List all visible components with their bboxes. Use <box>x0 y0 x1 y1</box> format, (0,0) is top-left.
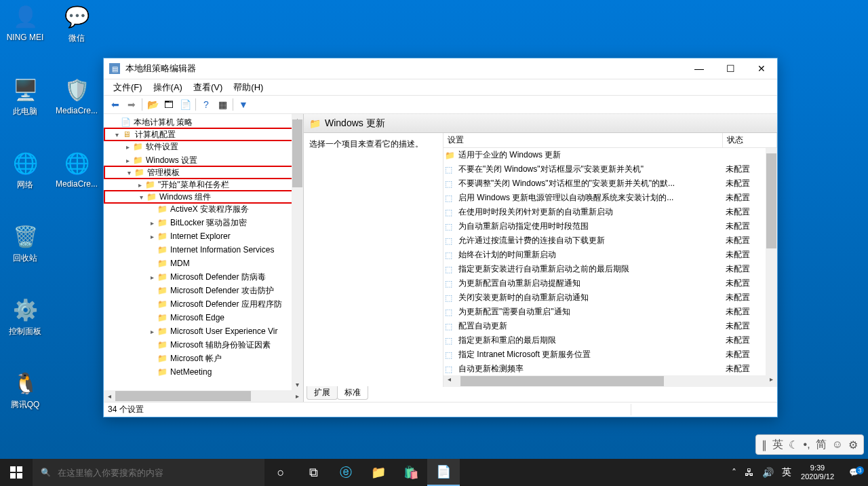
col-settings[interactable]: 设置 <box>443 133 723 147</box>
desktop-icon[interactable]: 🗑️回收站 <box>0 223 50 264</box>
expander-icon[interactable]: ▸ <box>147 328 157 335</box>
desktop-icon[interactable]: 🌐MediaCre... <box>52 149 102 189</box>
titlebar[interactable]: ▤ 本地组策略编辑器 — ☐ ✕ <box>104 58 777 79</box>
tray-chevron-icon[interactable]: ˄ <box>728 467 741 478</box>
menu-view[interactable]: 查看(V) <box>188 80 228 95</box>
start-button[interactable] <box>0 459 33 486</box>
explorer-icon[interactable]: 📁 <box>362 459 395 486</box>
list-item[interactable]: ⬚不要在"关闭 Windows"对话框显示"安装更新并关机"未配置 <box>443 162 777 176</box>
back-button[interactable]: ⬅ <box>108 97 123 112</box>
list-item[interactable]: ⬚自动更新检测频率未配置 <box>443 362 777 375</box>
list-button[interactable]: ▦ <box>215 97 230 112</box>
list-item[interactable]: ⬚启用 Windows 更新电源管理以自动唤醒系统来安装计划的...未配置 <box>443 191 777 205</box>
tree-item[interactable]: ▸📁软件设置 <box>104 140 303 153</box>
search-input[interactable] <box>58 468 264 478</box>
list-item[interactable]: ⬚始终在计划的时间重新启动未配置 <box>443 248 777 262</box>
tree-item[interactable]: ▸📁BitLocker 驱动器加密 <box>104 216 303 229</box>
tab-standard[interactable]: 标准 <box>337 386 368 400</box>
clock[interactable]: 9:39 2020/9/12 <box>795 464 840 481</box>
ime-button[interactable]: ⚙ <box>848 438 858 451</box>
tree-vscroll[interactable]: ▴ ▾ <box>292 114 303 390</box>
tree-item[interactable]: ▸📁Microsoft User Experience Vir <box>104 324 303 338</box>
props-button[interactable]: 🗔 <box>161 97 176 112</box>
menu-file[interactable]: 文件(F) <box>108 80 148 95</box>
tree-item[interactable]: 📁Microsoft 帐户 <box>104 352 303 365</box>
list-item[interactable]: ⬚为自动重新启动指定使用时时段范围未配置 <box>443 219 777 233</box>
list-item[interactable]: ⬚配置自动更新未配置 <box>443 319 777 333</box>
notifications-icon[interactable]: 💬3 <box>840 468 868 477</box>
tree-item[interactable]: 📁Microsoft Edge <box>104 311 303 324</box>
expander-icon[interactable]: ▾ <box>112 131 121 138</box>
tree-hscroll[interactable]: ◂ ▸ <box>104 390 303 402</box>
ime-button[interactable]: •, <box>804 438 810 451</box>
expander-icon[interactable]: ▸ <box>147 274 157 281</box>
list-vscroll[interactable] <box>766 148 777 375</box>
ime-button[interactable]: 简 <box>816 438 827 452</box>
tree-item[interactable]: 📁ActiveX 安装程序服务 <box>104 202 303 216</box>
expander-icon[interactable]: ▸ <box>147 233 157 240</box>
store-icon[interactable]: 🛍️ <box>395 459 427 486</box>
tree-item[interactable]: 📄本地计算机 策略 <box>104 115 303 129</box>
expander-icon[interactable]: ▸ <box>123 157 132 164</box>
tree-item[interactable]: ▾🖥计算机配置 <box>104 128 303 141</box>
tree-item[interactable]: 📁Microsoft Defender 攻击防护 <box>104 284 303 297</box>
export-button[interactable]: 📄 <box>178 97 193 112</box>
list-item[interactable]: ⬚指定更新和重启的最后期限未配置 <box>443 333 777 348</box>
tree-item[interactable]: 📁Microsoft Defender 应用程序防 <box>104 297 303 311</box>
col-state[interactable]: 状态 <box>723 133 777 147</box>
tree-item[interactable]: 📁NetMeeting <box>104 365 303 379</box>
menu-action[interactable]: 操作(A) <box>148 80 188 95</box>
ime-button[interactable]: 英 <box>772 438 783 452</box>
ime-toolbar[interactable]: ∥英☾•,简☺⚙ <box>755 434 864 455</box>
network-icon[interactable]: 🖧 <box>741 467 758 478</box>
scrollbar-thumb[interactable] <box>292 119 302 187</box>
expander-icon[interactable]: ▸ <box>147 219 157 227</box>
desktop-icon[interactable]: 🐧腾讯QQ <box>0 369 50 411</box>
cortana-icon[interactable]: ○ <box>264 459 297 486</box>
tree-item[interactable]: ▸📁Internet Explorer <box>104 229 303 243</box>
filter-button[interactable]: ▼ <box>236 97 251 112</box>
list-item[interactable]: ⬚允许通过按流量计费的连接自动下载更新未配置 <box>443 233 777 248</box>
list-item[interactable]: ⬚关闭安装更新时的自动重新启动通知未配置 <box>443 291 777 305</box>
tree-item[interactable]: ▾📁Windows 组件 <box>104 190 303 204</box>
desktop-icon[interactable]: ⚙️控制面板 <box>0 296 50 337</box>
task-view-icon[interactable]: ⧉ <box>297 459 330 486</box>
help-button[interactable]: ? <box>199 97 214 112</box>
list-item[interactable]: ⬚不要调整"关闭 Windows"对话框里的"安装更新并关机"的默...未配置 <box>443 176 777 191</box>
expander-icon[interactable]: ▸ <box>123 143 132 151</box>
list-item[interactable]: ⬚为更新配置"需要自动重启"通知未配置 <box>443 305 777 319</box>
forward-button[interactable]: ➡ <box>124 97 139 112</box>
ime-button[interactable]: ∥ <box>762 438 767 451</box>
tree-item[interactable]: 📁MDM <box>104 257 303 270</box>
tree-item[interactable]: ▸📁Windows 设置 <box>104 153 303 167</box>
desktop-icon[interactable]: 💬微信 <box>52 3 102 44</box>
close-button[interactable]: ✕ <box>746 58 777 79</box>
tree-item[interactable]: ▸📁Microsoft Defender 防病毒 <box>104 270 303 284</box>
desktop-icon[interactable]: 🛡️MediaCre... <box>52 76 102 115</box>
up-button[interactable]: 📂 <box>145 97 160 112</box>
desktop-icon[interactable]: 🌐网络 <box>0 149 50 191</box>
list-item[interactable]: 📁适用于企业的 Windows 更新 <box>443 148 777 162</box>
list-item[interactable]: ⬚指定更新安装进行自动重新启动之前的最后期限未配置 <box>443 262 777 276</box>
tree-item[interactable]: ▸📁"开始"菜单和任务栏 <box>104 178 303 191</box>
tree-item[interactable]: ▾📁管理模板 <box>104 166 303 179</box>
list-item[interactable]: ⬚指定 Intranet Microsoft 更新服务位置未配置 <box>443 348 777 362</box>
tab-extended[interactable]: 扩展 <box>307 386 338 400</box>
ime-button[interactable]: ☾ <box>789 438 798 451</box>
notepad-icon[interactable]: 📄 <box>427 459 460 486</box>
list-item[interactable]: ⬚在使用时时段关闭针对更新的自动重新启动未配置 <box>443 205 777 219</box>
sound-icon[interactable]: 🔊 <box>758 467 778 478</box>
edge-icon[interactable]: ⓔ <box>330 459 362 486</box>
tree-item[interactable]: 📁Microsoft 辅助身份验证因素 <box>104 338 303 352</box>
ime-indicator[interactable]: 英 <box>778 466 795 479</box>
list-item[interactable]: ⬚为更新配置自动重新启动提醒通知未配置 <box>443 276 777 291</box>
search-box[interactable]: 🔍 <box>33 459 264 486</box>
maximize-button[interactable]: ☐ <box>715 58 746 79</box>
desktop-icon[interactable]: 👤NING MEI <box>0 3 50 42</box>
list-hscroll[interactable]: ◂ ▸ <box>443 375 777 387</box>
tree-item[interactable]: 📁Internet Information Services <box>104 243 303 257</box>
ime-button[interactable]: ☺ <box>832 438 843 451</box>
minimize-button[interactable]: — <box>684 58 715 79</box>
expander-icon[interactable]: ▾ <box>136 193 146 201</box>
desktop-icon[interactable]: 🖥️此电脑 <box>0 76 50 117</box>
